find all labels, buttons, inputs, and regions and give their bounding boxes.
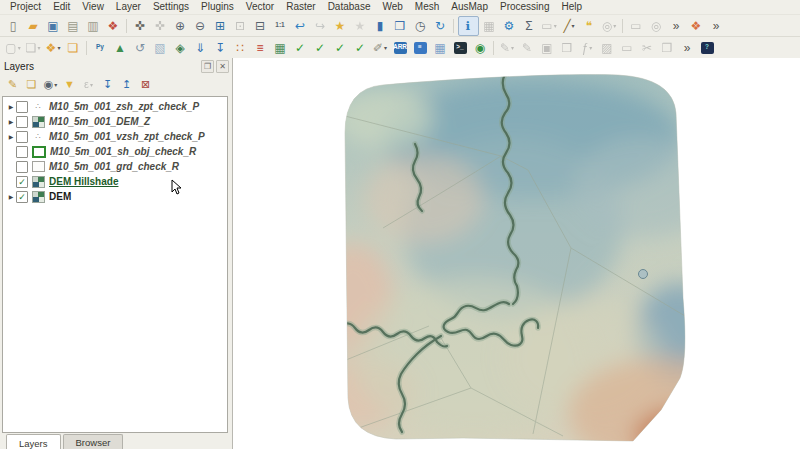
layer-name[interactable]: M10_5m_001_sh_obj_check_R (50, 146, 196, 157)
manage-map-themes-dropdown-icon[interactable]: ▾ (54, 82, 57, 88)
dock-tab-browser[interactable]: Browser (63, 434, 124, 449)
pan-map-icon[interactable]: ✜ (131, 17, 150, 35)
manage-map-themes-icon[interactable]: ◉▾ (42, 76, 60, 93)
menu-item-view[interactable]: View (76, 0, 110, 14)
raster-image-tool-icon[interactable]: ▦ (271, 39, 290, 57)
reload-tool-icon[interactable]: ↺ (131, 39, 150, 57)
expand-arrow-icon[interactable]: ▶ (6, 103, 16, 110)
panel-close-icon[interactable]: ✕ (216, 60, 229, 73)
layer-visibility-checkbox[interactable]: ✓ (16, 176, 28, 188)
download-layer-alt-icon[interactable]: ↧ (211, 39, 230, 57)
layer-row[interactable]: ▶∴M10_5m_001_zsh_zpt_check_P (3, 99, 227, 114)
identify-features-icon[interactable]: ℹ (458, 16, 479, 36)
temporal-controller-icon[interactable]: ◷ (411, 17, 430, 35)
new-project-icon[interactable]: ▯ (4, 17, 23, 35)
layer-row[interactable]: M10_5m_001_grd_check_R (3, 159, 227, 174)
layer-row[interactable]: ▶∴M10_5m_001_vzsh_zpt_check_P (3, 129, 227, 144)
toolbar-overflow-3-icon[interactable]: » (678, 39, 697, 57)
layer-visibility-checkbox[interactable] (16, 161, 28, 173)
menu-item-help[interactable]: Help (555, 0, 588, 14)
add-layer-stack-icon[interactable]: ❖ (687, 17, 706, 35)
menu-item-database[interactable]: Database (322, 0, 377, 14)
processing-toolbox-icon[interactable]: ⚙ (500, 17, 519, 35)
expand-arrow-icon[interactable]: ▶ (6, 133, 16, 140)
select-features-dropdown-icon[interactable]: ▾ (18, 45, 21, 51)
check-tool-1-icon[interactable]: ✓ (291, 39, 310, 57)
filter-legend-icon[interactable]: ▼ (61, 76, 79, 93)
field-calculator-dropdown-icon[interactable]: ▾ (589, 45, 592, 51)
identify-green-tool-icon[interactable]: ◉ (471, 39, 490, 57)
new-bookmark-icon[interactable]: ★ (331, 17, 350, 35)
layer-visibility-checkbox[interactable] (16, 131, 28, 143)
data-source-manager-dropdown-icon[interactable]: ▾ (57, 45, 60, 51)
toolbar-overflow-1-icon[interactable]: » (667, 17, 686, 35)
download-layer-icon[interactable]: ⇓ (191, 39, 210, 57)
menu-item-layer[interactable]: Layer (110, 0, 147, 14)
locator-search-dropdown-icon[interactable]: ▾ (613, 23, 616, 29)
bookmark-manager-icon[interactable]: ▮ (371, 17, 390, 35)
show-statistics-icon[interactable]: Σ (520, 17, 539, 35)
zoom-in-icon[interactable]: ⊕ (171, 17, 190, 35)
clip-tool-icon[interactable]: ✐▾ (371, 39, 390, 57)
tof-points-tool-icon[interactable]: ∷ (231, 39, 250, 57)
layer-name[interactable]: M10_5m_001_grd_check_R (49, 161, 179, 172)
arr-tool-icon[interactable]: ARR (391, 39, 410, 57)
layer-row[interactable]: ▶✓DEM (3, 189, 227, 204)
layer-name[interactable]: DEM Hillshade (49, 176, 118, 187)
layer-row[interactable]: ✓DEM Hillshade (3, 174, 227, 189)
crumpled-map-tool-icon[interactable]: ▧ (151, 39, 170, 57)
grid-graph-tool-icon[interactable]: ▦ (431, 39, 450, 57)
layer-visibility-checkbox[interactable]: ✓ (16, 191, 28, 203)
color-bars-tool-icon[interactable]: ≡ (251, 39, 270, 57)
menu-item-mesh[interactable]: Mesh (409, 0, 445, 14)
menu-item-web[interactable]: Web (376, 0, 408, 14)
clip-tool-dropdown-icon[interactable]: ▾ (384, 45, 387, 51)
menu-item-ausmap[interactable]: AusMap (445, 0, 494, 14)
menu-item-vector[interactable]: Vector (240, 0, 280, 14)
new-layer-icon[interactable]: ❏ (64, 39, 83, 57)
remove-layer-icon[interactable]: ⊠ (137, 76, 155, 93)
menu-item-project[interactable]: Project (4, 0, 47, 14)
deselect-features-dropdown-icon[interactable]: ▾ (37, 45, 40, 51)
toolbar-overflow-2-icon[interactable]: » (707, 17, 726, 35)
layer-visibility-checkbox[interactable] (16, 146, 28, 158)
python-console-icon[interactable]: Py (91, 39, 110, 57)
layout-manager-icon[interactable]: ▥ (84, 17, 103, 35)
road-shield-tool-icon[interactable]: ◈ (171, 39, 190, 57)
open-layer-styling-icon[interactable]: ✎ (4, 76, 22, 93)
data-source-manager-icon[interactable]: ❖▾ (44, 39, 63, 57)
measure-line-icon[interactable]: ╱▾ (560, 17, 579, 35)
zoom-full-icon[interactable]: ⊞ (211, 17, 230, 35)
menu-item-plugins[interactable]: Plugins (195, 0, 240, 14)
dock-tab-layers[interactable]: Layers (6, 434, 61, 449)
check-tool-3-icon[interactable]: ✓ (331, 39, 350, 57)
zoom-out-icon[interactable]: ⊖ (191, 17, 210, 35)
zoom-last-icon[interactable]: ↩ (291, 17, 310, 35)
filter-by-expression-dropdown-icon[interactable]: ▾ (90, 82, 93, 88)
layer-row[interactable]: ▶M10_5m_001_DEM_Z (3, 114, 227, 129)
terminal-tool-icon[interactable]: >_ (451, 39, 470, 57)
layer-name[interactable]: M10_5m_001_vzsh_zpt_check_P (49, 131, 205, 142)
terrain-analysis-icon[interactable]: ▲ (111, 39, 130, 57)
layer-row[interactable]: M10_5m_001_sh_obj_check_R (3, 144, 227, 159)
expand-arrow-icon[interactable]: ▶ (6, 193, 16, 200)
check-tool-2-icon[interactable]: ✓ (311, 39, 330, 57)
zoom-native-icon[interactable]: 1:1 (271, 17, 290, 35)
layer-visibility-checkbox[interactable] (16, 101, 28, 113)
measure-line-dropdown-icon[interactable]: ▾ (572, 23, 575, 29)
collapse-all-icon[interactable]: ↥ (118, 76, 136, 93)
menu-item-edit[interactable]: Edit (47, 0, 76, 14)
open-project-icon[interactable]: ▰ (24, 17, 43, 35)
layer-name[interactable]: DEM (49, 191, 71, 202)
layer-name[interactable]: M10_5m_001_zsh_zpt_check_P (49, 101, 199, 112)
style-manager-icon[interactable]: ❖ (104, 17, 123, 35)
help-plugin-icon[interactable]: ? (698, 39, 717, 57)
add-group-icon[interactable]: ❏ (23, 76, 41, 93)
menu-item-raster[interactable]: Raster (280, 0, 321, 14)
layer-visibility-checkbox[interactable] (16, 116, 28, 128)
check-tool-4-icon[interactable]: ✓ (351, 39, 370, 57)
print-composer-dropdown-icon[interactable]: ▾ (554, 23, 557, 29)
new-map-view-icon[interactable]: ❒ (391, 17, 410, 35)
refresh-map-icon[interactable]: ↻ (431, 17, 450, 35)
menu-item-settings[interactable]: Settings (147, 0, 195, 14)
